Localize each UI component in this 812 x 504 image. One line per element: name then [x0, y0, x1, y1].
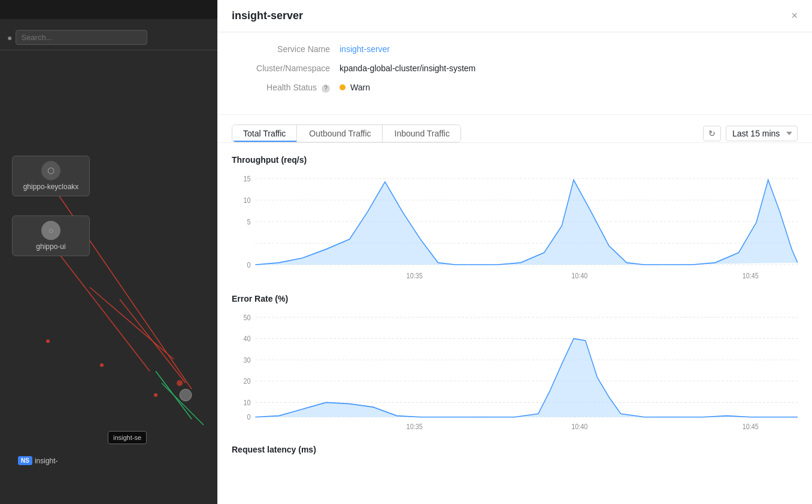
health-status: Warn	[340, 83, 370, 92]
time-dropdown[interactable]: Last 5 mins Last 15 mins Last 30 mins La…	[726, 126, 798, 141]
svg-text:50: 50	[243, 313, 250, 321]
refresh-button[interactable]: ↻	[703, 126, 721, 141]
svg-text:10: 10	[243, 399, 250, 406]
svg-marker-22	[662, 180, 798, 265]
svg-text:15: 15	[243, 174, 250, 183]
svg-marker-21	[468, 180, 662, 265]
search-icon: ●	[7, 33, 12, 42]
svg-text:10:40: 10:40	[571, 423, 587, 430]
svg-text:30: 30	[243, 356, 250, 364]
error-rate-section: Error Rate (%) 50 40 30 20 10 0	[232, 294, 798, 430]
node-ghippo-label: ghippo-ui	[36, 242, 65, 251]
svg-point-10	[180, 389, 192, 401]
svg-text:5: 5	[247, 217, 250, 226]
cluster-value: kpanda-global-cluster/insight-system	[340, 63, 475, 73]
panel-header: insight-server ×	[217, 0, 812, 32]
traffic-tabs: Total Traffic Outbound Traffic Inbound T…	[232, 125, 461, 142]
svg-line-5	[162, 383, 204, 425]
close-button[interactable]: ×	[791, 10, 798, 22]
node-ghippo[interactable]: ○ ghippo-ui	[12, 215, 90, 256]
ns-tag: NS	[18, 456, 32, 465]
svg-line-3	[120, 299, 186, 383]
latency-section: Request latency (ms)	[232, 445, 798, 454]
health-label: Health Status ?	[232, 83, 340, 93]
ns-badge: NS insight-	[18, 456, 58, 465]
search-input[interactable]	[16, 30, 147, 45]
top-bar	[0, 0, 217, 19]
node-keycloak[interactable]: ⬡ ghippo-keycloakx	[12, 156, 90, 196]
left-panel: ● ⬡ ghippo-keycloakx ○ ghippo-ui insight…	[0, 0, 217, 504]
svg-text:10: 10	[243, 196, 250, 204]
svg-point-6	[46, 339, 50, 343]
node-icon-ghippo: ○	[41, 221, 60, 240]
svg-marker-20	[255, 181, 467, 264]
throughput-chart: 15 10 5 0	[232, 172, 798, 280]
svg-point-9	[177, 380, 183, 386]
svg-text:10:35: 10:35	[407, 271, 423, 280]
ns-text: insight-	[35, 457, 58, 465]
svg-point-7	[100, 363, 104, 367]
svg-marker-38	[255, 338, 798, 417]
tab-total-traffic[interactable]: Total Traffic	[232, 125, 297, 142]
search-bar: ●	[0, 25, 217, 50]
svg-text:10:40: 10:40	[571, 271, 587, 280]
latency-title: Request latency (ms)	[232, 445, 798, 454]
svg-line-2	[90, 287, 174, 359]
health-row: Health Status ? Warn	[232, 83, 798, 93]
error-rate-title: Error Rate (%)	[232, 294, 798, 303]
svg-text:10:45: 10:45	[743, 423, 759, 430]
panel-title: insight-server	[232, 10, 303, 22]
charts-area: Throughput (req/s) 15 10 5 0	[217, 143, 812, 505]
node-keycloak-label: ghippo-keycloakx	[23, 183, 79, 191]
svg-text:20: 20	[243, 377, 250, 385]
cluster-label: Cluster/Namespace	[232, 63, 340, 73]
throughput-section: Throughput (req/s) 15 10 5 0	[232, 155, 798, 280]
error-rate-chart: 50 40 30 20 10 0 10:35 10:40 10:45	[232, 311, 798, 430]
svg-text:10:45: 10:45	[743, 271, 759, 280]
svg-point-8	[154, 393, 157, 397]
right-panel: insight-server × Service Name insight-se…	[217, 0, 812, 504]
tab-inbound-traffic[interactable]: Inbound Traffic	[384, 125, 460, 142]
warn-dot	[340, 84, 346, 90]
throughput-title: Throughput (req/s)	[232, 155, 798, 165]
service-name-row: Service Name insight-server	[232, 44, 798, 54]
throughput-svg: 15 10 5 0	[232, 172, 798, 280]
error-rate-svg: 50 40 30 20 10 0 10:35 10:40 10:45	[232, 311, 798, 430]
health-help-icon[interactable]: ?	[322, 84, 330, 93]
svg-line-0	[48, 180, 192, 389]
node-icon-keycloak: ⬡	[41, 161, 60, 180]
svg-text:10:35: 10:35	[407, 423, 423, 430]
cluster-row: Cluster/Namespace kpanda-global-cluster/…	[232, 63, 798, 73]
svg-line-4	[156, 371, 192, 419]
time-selector: ↻ Last 5 mins Last 15 mins Last 30 mins …	[703, 126, 798, 141]
warn-text: Warn	[350, 83, 370, 92]
tab-outbound-traffic[interactable]: Outbound Traffic	[298, 125, 382, 142]
svg-text:0: 0	[247, 413, 250, 421]
insight-node: insight-se	[108, 431, 147, 444]
service-name-label: Service Name	[232, 44, 340, 54]
tabs-bar: Total Traffic Outbound Traffic Inbound T…	[217, 115, 812, 143]
svg-text:0: 0	[247, 260, 250, 269]
svg-text:40: 40	[243, 335, 250, 342]
service-name-value[interactable]: insight-server	[340, 44, 390, 54]
info-section: Service Name insight-server Cluster/Name…	[217, 32, 812, 115]
svg-line-1	[48, 239, 150, 371]
